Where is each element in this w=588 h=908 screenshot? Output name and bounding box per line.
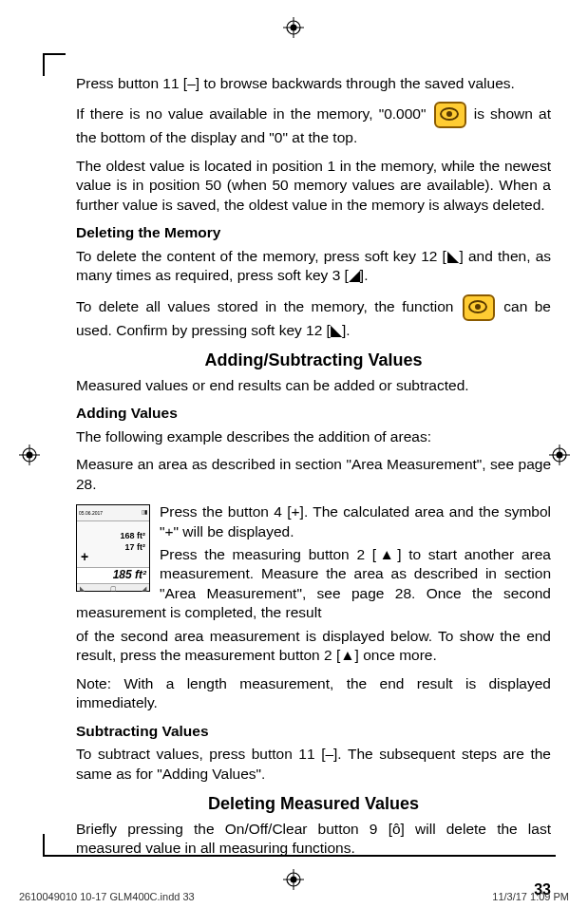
crop-mark	[43, 53, 45, 76]
heading-deleting-measured: Deleting Measured Values	[76, 793, 551, 816]
screen-result: 185 ft²	[113, 568, 146, 583]
screen-value-2: 17 ft²	[124, 542, 145, 554]
registration-mark-icon	[19, 445, 40, 465]
subheading-subtracting-values: Subtracting Values	[76, 722, 551, 741]
body-text: To delete all values stored in the memor…	[76, 294, 551, 340]
heading-adding-subtracting: Adding/Subtracting Values	[76, 350, 551, 372]
body-text: Measure an area as described in section …	[76, 455, 551, 494]
registration-mark-icon	[549, 445, 570, 465]
screen-softkey-icon: ◣	[80, 584, 85, 593]
body-text: Press button 11 [–] to browse backwards …	[76, 74, 551, 93]
svg-point-19	[475, 304, 481, 310]
screen-value-1: 168 ft²	[120, 531, 145, 542]
svg-point-17	[446, 111, 452, 117]
print-footer: 2610049010 10-17 GLM400C.indd 33 11/3/17…	[0, 891, 588, 902]
footer-timestamp: 11/3/17 1:09 PM	[492, 891, 569, 902]
crop-mark	[43, 834, 45, 857]
device-screen-illustration: 05.06.2017 ▯▮ + 168 ft² 17 ft² 185 ft² ◣…	[76, 504, 152, 592]
page-content: Press button 11 [–] to browse backwards …	[76, 74, 551, 899]
screen-plus-symbol: +	[81, 548, 88, 565]
body-text: The following example describes the addi…	[76, 427, 551, 446]
crop-mark	[43, 53, 66, 55]
body-text: The oldest value is located in position …	[76, 157, 551, 215]
screen-mode-icon: ▢	[110, 584, 117, 593]
screen-softkey-icon: ◢	[142, 584, 146, 593]
text-fragment: If there is no value available in the me…	[76, 106, 426, 123]
body-text: Briefly pressing the On/Off/Clear button…	[76, 820, 551, 859]
text-fragment: To delete all values stored in the memor…	[76, 298, 453, 314]
body-text: If there is no value available in the me…	[76, 102, 551, 147]
subheading-adding-values: Adding Values	[76, 404, 551, 423]
footer-filename: 2610049010 10-17 GLM400C.indd 33	[19, 891, 195, 902]
body-text: To subtract values, press button 11 [–].…	[76, 745, 551, 784]
note-icon	[463, 294, 495, 321]
screen-date: 05.06.2017	[79, 510, 103, 517]
body-text: of the second area measurement is displa…	[76, 627, 551, 666]
body-text: Note: With a length measurement, the end…	[76, 674, 551, 713]
subheading-deleting-memory: Deleting the Memory	[76, 223, 551, 242]
body-text: To delete the content of the memory, pre…	[76, 247, 551, 286]
note-icon	[434, 102, 466, 128]
battery-icon: ▯▮	[142, 509, 147, 517]
body-text: Measured values or end results can be ad…	[76, 376, 551, 395]
registration-mark-icon	[283, 17, 304, 38]
